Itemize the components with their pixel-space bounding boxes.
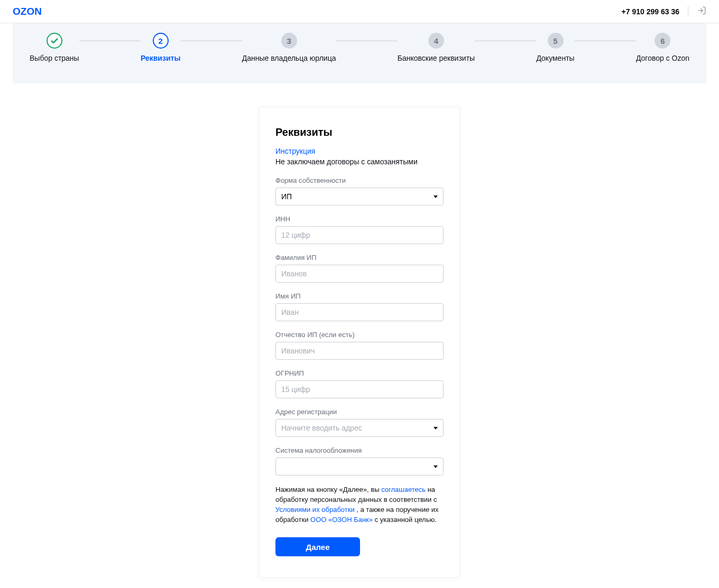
- steps-bar: Выбор страны 2 Реквизиты 3 Данные владел…: [13, 23, 706, 83]
- instruction-link[interactable]: Инструкция: [275, 147, 315, 155]
- tax-label: Система налогообложения: [275, 446, 444, 454]
- address-placeholder: Начните вводить адрес: [281, 424, 362, 432]
- tax-select[interactable]: [275, 458, 444, 475]
- step-circle-pending: 6: [655, 33, 670, 49]
- step-label: Реквизиты: [141, 54, 180, 62]
- step-5: 5 Документы: [536, 33, 574, 73]
- patronymic-input[interactable]: [275, 342, 444, 360]
- step-connector: [180, 41, 242, 41]
- consent-link-terms[interactable]: Условиями их обработки: [275, 506, 355, 514]
- logout-icon[interactable]: [697, 6, 706, 17]
- consent-link-bank[interactable]: ООО «ОЗОН Банк»: [310, 516, 373, 524]
- patronymic-label: Отчество ИП (если есть): [275, 331, 444, 339]
- step-circle-pending: 4: [428, 33, 444, 49]
- step-1: Выбор страны: [30, 33, 79, 73]
- step-4: 4 Банковские реквизиты: [398, 33, 475, 73]
- step-label: Договор с Ozon: [636, 54, 689, 62]
- inn-label: ИНН: [275, 215, 444, 223]
- firstname-label: Имя ИП: [275, 292, 444, 300]
- ogrnip-label: ОГРНИП: [275, 369, 444, 377]
- chevron-down-icon: [434, 195, 438, 198]
- lastname-input[interactable]: [275, 265, 444, 283]
- form-card: Реквизиты Инструкция Не заключаем догово…: [259, 107, 460, 578]
- header: OZON +7 910 299 63 36: [0, 0, 719, 23]
- chevron-down-icon: [434, 465, 438, 468]
- warning-text: Не заключаем договоры с самозанятыми: [275, 157, 444, 166]
- address-select[interactable]: Начните вводить адрес: [275, 419, 444, 437]
- ownership-select[interactable]: ИП: [275, 188, 444, 206]
- chevron-down-icon: [434, 427, 438, 430]
- divider: [688, 6, 688, 17]
- phone-number: +7 910 299 63 36: [622, 7, 679, 16]
- step-2: 2 Реквизиты: [141, 33, 180, 73]
- step-label: Банковские реквизиты: [398, 54, 475, 62]
- consent-link-agree[interactable]: соглашаетесь: [381, 486, 426, 493]
- step-connector: [475, 41, 536, 41]
- page-title: Реквизиты: [275, 126, 444, 138]
- step-connector: [79, 41, 141, 41]
- step-connector: [575, 41, 636, 41]
- next-button[interactable]: Далее: [275, 537, 360, 556]
- step-6: 6 Договор с Ozon: [636, 33, 689, 73]
- inn-input[interactable]: [275, 226, 444, 244]
- logo[interactable]: OZON: [13, 7, 52, 16]
- step-circle-done: [47, 33, 62, 49]
- consent-text: Нажимая на кнопку «Далее», вы соглашаете…: [275, 485, 444, 525]
- step-label: Данные владельца юрлица: [242, 54, 336, 62]
- ogrnip-input[interactable]: [275, 380, 444, 398]
- step-3: 3 Данные владельца юрлица: [242, 33, 336, 73]
- firstname-input[interactable]: [275, 303, 444, 321]
- step-label: Выбор страны: [30, 54, 79, 62]
- svg-text:OZON: OZON: [13, 7, 42, 16]
- address-label: Адрес регистрации: [275, 408, 444, 416]
- step-label: Документы: [536, 54, 574, 62]
- step-circle-pending: 3: [281, 33, 297, 49]
- lastname-label: Фамилия ИП: [275, 254, 444, 262]
- step-connector: [336, 41, 397, 41]
- step-circle-active: 2: [153, 33, 169, 49]
- ownership-label: Форма собственности: [275, 176, 444, 184]
- step-circle-pending: 5: [548, 33, 564, 49]
- ownership-value: ИП: [281, 192, 292, 201]
